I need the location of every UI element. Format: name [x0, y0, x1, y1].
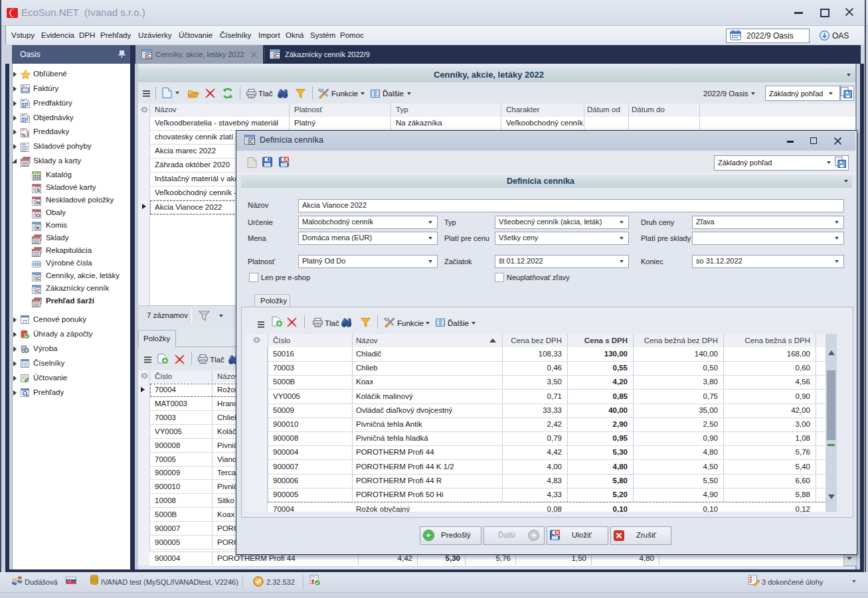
svg-text:C: C — [37, 275, 41, 281]
svg-text:C: C — [147, 52, 151, 59]
svg-text:S: S — [37, 187, 41, 192]
svg-text:C: C — [275, 52, 279, 59]
svg-text:77: 77 — [23, 319, 28, 324]
svg-text:N: N — [37, 199, 41, 205]
svg-text:K: K — [37, 224, 41, 230]
svg-text:O: O — [37, 212, 41, 218]
svg-text:C: C — [250, 138, 254, 145]
svg-text:C: C — [37, 287, 41, 293]
svg-text:%: % — [21, 132, 26, 137]
